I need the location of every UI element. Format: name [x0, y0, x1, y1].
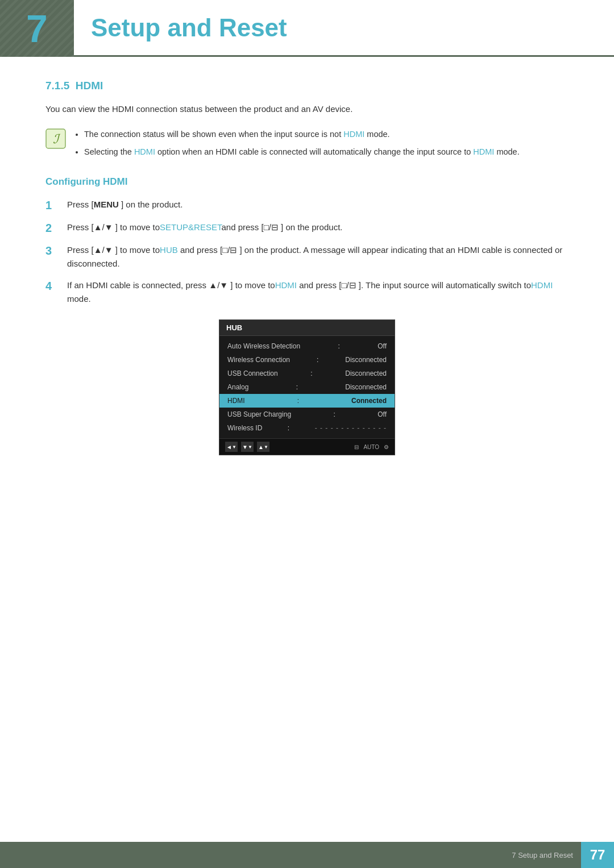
config-title: Configuring HDMI	[45, 176, 569, 188]
hub-footer-display-icon: ⊟	[354, 444, 359, 450]
note-item-2: Selecting the HDMI option when an HDMI c…	[84, 145, 520, 159]
hub-menu-footer: ◄▼ ▼▼ ▲▼ ⊟ AUTO ⚙	[219, 438, 395, 455]
hub-row-value-auto-wireless: Off	[377, 342, 387, 350]
section-title: 7.1.5 HDMI	[45, 80, 569, 92]
hub-row-label-auto-wireless: Auto Wireless Detection	[227, 342, 300, 350]
note-list: The connection status will be shown even…	[74, 127, 520, 162]
chapter-number: 7	[26, 6, 48, 51]
page-title: Setup and Reset	[91, 14, 287, 42]
hub-footer-auto-label: AUTO	[363, 444, 379, 450]
hub-row-label-wireless-id: Wireless ID	[227, 424, 262, 432]
hub-row-wireless-id: Wireless ID : - - - - - - - - - - - - - …	[219, 421, 395, 435]
step-4: 4 If an HDMI cable is connected, press ▲…	[45, 279, 569, 306]
page-footer: 7 Setup and Reset 77	[0, 842, 614, 868]
note-item-1: The connection status will be shown even…	[84, 127, 520, 142]
footer-page-number-box: 77	[581, 842, 614, 868]
footer-page-number: 77	[590, 847, 605, 863]
hub-row-label-hdmi: HDMI	[227, 397, 245, 405]
note-icon: ℐ	[45, 128, 66, 149]
hub-row-hdmi: HDMI : Connected	[219, 394, 395, 408]
note-hdmi-highlight-2: HDMI	[134, 147, 157, 156]
main-content: 7.1.5 HDMI You can view the HDMI connect…	[0, 80, 614, 455]
hub-row-analog: Analog : Disconnected	[219, 380, 395, 394]
hub-menu-body: Auto Wireless Detection : Off Wireless C…	[219, 336, 395, 438]
note-hdmi-highlight-1: HDMI	[341, 130, 364, 139]
hub-menu-title: HUB	[219, 320, 395, 336]
hub-row-auto-wireless: Auto Wireless Detection : Off	[219, 339, 395, 353]
hub-row-value-usb-conn: Disconnected	[345, 369, 387, 377]
hub-footer-left-icon: ◄▼	[225, 442, 238, 452]
step4-highlight: HDMI	[275, 280, 297, 290]
hub-row-label-usb-conn: USB Connection	[227, 369, 278, 377]
hub-row-value-wireless-id: - - - - - - - - - - - - - -	[315, 424, 387, 432]
hub-row-usb-conn: USB Connection : Disconnected	[219, 367, 395, 380]
hub-row-label-analog: Analog	[227, 383, 248, 391]
hub-row-wireless-conn: Wireless Connection : Disconnected	[219, 353, 395, 367]
hub-footer-down-icon: ▼▼	[241, 442, 254, 452]
step4-highlight2: HDMI	[531, 280, 553, 290]
header-title-block: Setup and Reset	[74, 0, 614, 57]
footer-text: 7 Setup and Reset	[512, 851, 581, 859]
hub-menu-container: HUB Auto Wireless Detection : Off Wirele…	[45, 319, 569, 455]
hub-footer-right: ⊟ AUTO ⚙	[354, 444, 389, 450]
step-2: 2 Press [▲/▼ ] to move toSETUP&RESETand …	[45, 221, 569, 235]
hub-row-label-wireless-conn: Wireless Connection	[227, 356, 290, 364]
note-block: ℐ The connection status will be shown ev…	[45, 127, 569, 162]
step-1: 1 Press [MENU ] on the product.	[45, 198, 569, 213]
note-hdmi-highlight-3: HDMI	[473, 147, 494, 156]
steps-list: 1 Press [MENU ] on the product. 2 Press …	[45, 198, 569, 306]
hub-footer-up-icon: ▲▼	[257, 442, 269, 452]
hub-row-value-hdmi: Connected	[351, 397, 387, 405]
hub-row-label-usb-super: USB Super Charging	[227, 410, 291, 418]
chapter-number-block: 7	[0, 0, 74, 57]
hub-row-value-wireless-conn: Disconnected	[345, 356, 387, 364]
step2-highlight: SETUP&RESET	[160, 222, 221, 232]
hub-footer-icons: ◄▼ ▼▼ ▲▼	[225, 442, 269, 452]
hub-row-value-analog: Disconnected	[345, 383, 387, 391]
page-header: 7 Setup and Reset	[0, 0, 614, 57]
hub-footer-settings-icon: ⚙	[384, 444, 389, 450]
intro-text: You can view the HDMI connection status …	[45, 102, 569, 116]
hub-row-value-usb-super: Off	[377, 410, 387, 418]
hub-menu: HUB Auto Wireless Detection : Off Wirele…	[219, 319, 395, 455]
step-3: 3 Press [▲/▼ ] to move toHUB and press […	[45, 243, 569, 271]
step3-highlight: HUB	[160, 245, 178, 255]
hub-row-usb-super: USB Super Charging : Off	[219, 408, 395, 421]
